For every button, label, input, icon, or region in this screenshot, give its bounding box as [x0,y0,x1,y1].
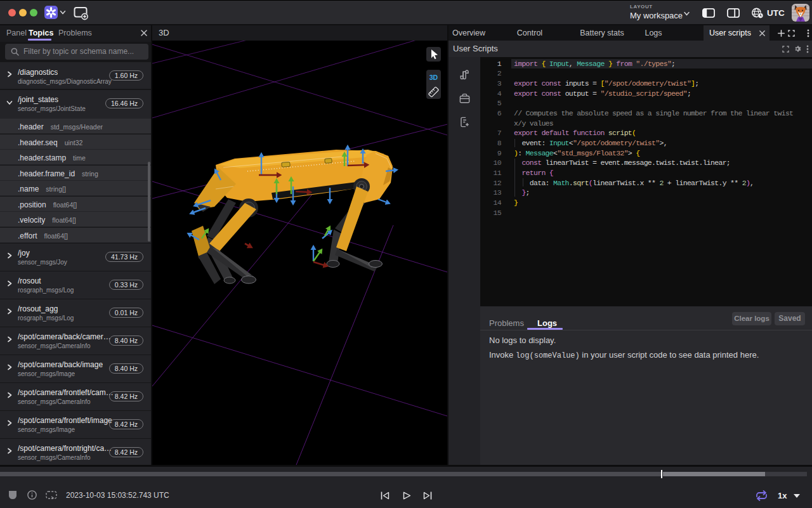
svg-text:3D: 3D [429,74,438,81]
